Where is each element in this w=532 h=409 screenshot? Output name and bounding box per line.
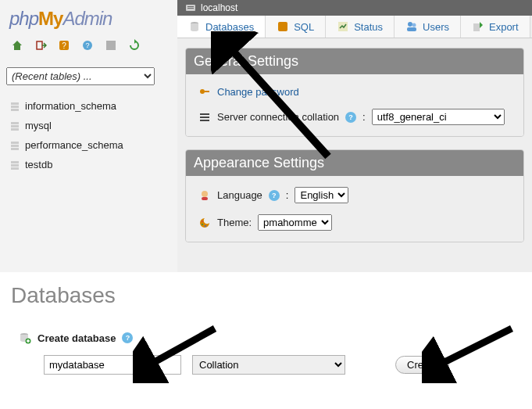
svg-rect-27 xyxy=(473,23,480,31)
svg-rect-9 xyxy=(11,122,19,124)
database-name-input[interactable] xyxy=(44,355,181,375)
panel-title: Appearance Settings xyxy=(186,150,523,176)
svg-point-25 xyxy=(412,23,416,27)
svg-point-28 xyxy=(200,89,205,94)
svg-rect-20 xyxy=(187,8,194,9)
language-label: Language xyxy=(217,189,262,201)
svg-rect-26 xyxy=(407,27,416,31)
database-icon xyxy=(9,160,20,170)
home-icon[interactable] xyxy=(11,39,23,52)
svg-rect-8 xyxy=(11,109,19,111)
svg-rect-31 xyxy=(200,117,209,118)
collation-label: Server connection collation xyxy=(217,111,339,123)
users-icon xyxy=(405,20,418,33)
svg-text:?: ? xyxy=(85,41,89,49)
phpmyadmin-logo: phpMyAdmin xyxy=(6,5,171,36)
breadcrumb-host: localhost xyxy=(201,2,237,13)
database-icon xyxy=(9,140,20,151)
svg-text:?: ? xyxy=(62,41,66,50)
svg-rect-0 xyxy=(37,41,42,49)
create-database-label: Create database xyxy=(37,332,116,344)
svg-rect-22 xyxy=(278,22,287,31)
svg-rect-15 xyxy=(11,161,19,163)
svg-rect-32 xyxy=(200,120,209,121)
db-item[interactable]: performance_schema xyxy=(6,135,171,155)
db-item[interactable]: testdb xyxy=(6,155,171,174)
main-panel: localhost Databases SQL Status Users Exp… xyxy=(177,0,532,272)
theme-select[interactable]: pmahomme xyxy=(258,214,332,231)
database-icon xyxy=(9,101,20,112)
recent-tables-select[interactable]: (Recent tables) ... xyxy=(6,67,155,85)
theme-label: Theme: xyxy=(217,217,252,228)
query-icon[interactable]: ? xyxy=(58,39,70,52)
help-icon[interactable]: ? xyxy=(345,112,356,123)
help-icon[interactable]: ? xyxy=(269,190,280,201)
panel-title: General Settings xyxy=(186,48,523,74)
status-icon xyxy=(337,20,349,33)
svg-point-33 xyxy=(202,191,208,197)
tab-bar: Databases SQL Status Users Export xyxy=(177,16,532,38)
svg-point-24 xyxy=(408,22,412,27)
svg-rect-19 xyxy=(187,6,194,7)
password-icon xyxy=(198,85,211,98)
svg-rect-11 xyxy=(11,128,19,131)
breadcrumb: localhost xyxy=(177,0,532,16)
svg-rect-5 xyxy=(106,41,116,50)
svg-point-36 xyxy=(202,224,203,225)
sidebar-toolbar: ? ? xyxy=(6,36,171,64)
svg-rect-34 xyxy=(202,197,208,200)
databases-page: Databases Create database ? Collation Cr… xyxy=(0,272,532,390)
language-icon xyxy=(198,189,211,202)
svg-rect-16 xyxy=(11,164,19,167)
tab-users[interactable]: Users xyxy=(395,16,461,38)
change-password-link[interactable]: Change password xyxy=(217,86,299,98)
svg-rect-13 xyxy=(11,145,19,147)
tab-export[interactable]: Export xyxy=(461,16,530,38)
page-title: Databases xyxy=(8,283,524,308)
docs-icon[interactable]: ? xyxy=(81,39,94,52)
db-item[interactable]: mysql xyxy=(6,116,171,135)
sql-icon xyxy=(277,20,289,33)
svg-rect-30 xyxy=(200,113,209,115)
collation-icon xyxy=(198,111,211,124)
db-item[interactable]: information_schema xyxy=(6,96,171,116)
svg-point-37 xyxy=(205,225,206,227)
database-icon xyxy=(9,120,20,131)
logout-icon[interactable] xyxy=(34,39,47,52)
server-icon xyxy=(185,2,196,13)
export-icon xyxy=(472,20,484,33)
svg-rect-17 xyxy=(11,167,19,170)
help-icon[interactable]: ? xyxy=(122,332,133,343)
tab-databases[interactable]: Databases xyxy=(177,16,266,38)
reload-icon[interactable] xyxy=(128,39,141,52)
svg-rect-10 xyxy=(11,125,19,127)
collation-select[interactable]: utf8_general_ci xyxy=(372,109,505,125)
svg-rect-29 xyxy=(205,91,209,92)
general-settings-panel: General Settings Change password Server … xyxy=(185,48,524,137)
svg-rect-14 xyxy=(11,148,19,150)
svg-rect-6 xyxy=(11,102,19,105)
create-collation-select[interactable]: Collation xyxy=(192,355,345,375)
sidebar: phpMyAdmin ? ? (Recent tables) ... infor… xyxy=(0,0,177,272)
svg-point-35 xyxy=(202,221,203,222)
create-db-icon xyxy=(19,332,31,344)
tab-status[interactable]: Status xyxy=(326,16,395,38)
language-select[interactable]: English xyxy=(295,187,348,203)
database-list: information_schema mysql performance_sch… xyxy=(6,96,171,174)
databases-icon xyxy=(188,20,201,33)
svg-rect-12 xyxy=(11,142,19,144)
theme-icon xyxy=(198,217,211,229)
appearance-settings-panel: Appearance Settings Language ? : English… xyxy=(185,149,524,242)
svg-rect-7 xyxy=(11,106,19,108)
tab-sql[interactable]: SQL xyxy=(266,16,326,38)
create-button[interactable]: Create xyxy=(395,356,449,374)
settings-icon[interactable] xyxy=(105,39,117,52)
